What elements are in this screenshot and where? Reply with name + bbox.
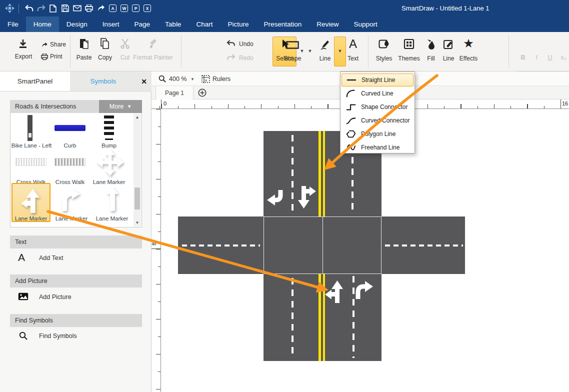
themes-label[interactable]: Themes	[398, 55, 420, 62]
export-excel-icon[interactable]: X	[144, 4, 151, 12]
print-icon[interactable]	[84, 3, 94, 14]
save-icon[interactable]	[60, 3, 70, 14]
road-arrow-straight-left[interactable]	[325, 280, 344, 305]
bold-button[interactable]: B	[520, 54, 525, 61]
menu-page[interactable]: Page	[127, 16, 158, 32]
lane-line-dashed[interactable]	[182, 244, 260, 246]
menu-item-straight-line[interactable]: Straight Line	[342, 74, 414, 86]
line-tool-icon[interactable]	[320, 39, 330, 52]
road-arrow-turn-right[interactable]	[354, 281, 374, 301]
subscript-button[interactable]: x₂	[560, 54, 566, 61]
road-arrow-straight-right[interactable]	[296, 186, 316, 211]
text-tool-label[interactable]: Text	[348, 55, 358, 62]
share-icon[interactable]	[96, 3, 106, 14]
scroll-up-icon[interactable]: ▲	[134, 114, 141, 121]
copy-icon[interactable]	[100, 38, 110, 51]
new-document-icon[interactable]	[48, 3, 58, 14]
find-symbols-button[interactable]: Find Symbols	[39, 332, 77, 340]
menu-item-shape-connector[interactable]: Shape Connector	[342, 100, 414, 114]
undo-label[interactable]: Undo	[239, 40, 254, 48]
cut-icon[interactable]	[120, 38, 130, 51]
road-arrow-turn-left[interactable]	[265, 189, 285, 211]
share-ribbon-icon[interactable]	[41, 41, 48, 50]
menu-item-freehand-line[interactable]: Freehand Line	[342, 141, 414, 154]
print-ribbon-icon[interactable]	[41, 53, 48, 62]
undo-icon[interactable]	[24, 3, 34, 14]
paste-label[interactable]: Paste	[76, 54, 92, 61]
menu-insert[interactable]: Insert	[95, 16, 127, 32]
intersection-tile-right[interactable]	[322, 216, 382, 274]
tab-smartpanel[interactable]: SmartPanel	[0, 72, 70, 91]
menu-item-polygon-line[interactable]: Polygon Line	[342, 128, 414, 140]
add-picture-button[interactable]: Add Picture	[39, 294, 72, 300]
tab-symbols[interactable]: Symbols	[70, 72, 136, 91]
line-style-label[interactable]: Line	[443, 55, 454, 62]
close-panel-icon[interactable]: ✕	[136, 72, 152, 91]
zoom-value[interactable]: 400 %	[169, 76, 186, 82]
redo-icon[interactable]	[36, 3, 46, 14]
email-icon[interactable]	[72, 3, 82, 14]
line-dropdown-arrow[interactable]: ▼	[338, 48, 342, 54]
symbol-grid-scrollbar[interactable]: ▲ ▼	[134, 114, 141, 226]
menu-picture[interactable]: Picture	[220, 16, 256, 32]
redo-ribbon-icon[interactable]	[226, 54, 236, 63]
shape-rect-icon[interactable]	[286, 41, 299, 51]
paste-icon[interactable]	[79, 38, 89, 51]
page-tab[interactable]: Page 1	[156, 86, 194, 100]
menu-home[interactable]: Home	[26, 16, 59, 32]
copy-label[interactable]: Copy	[98, 54, 112, 61]
menu-item-curved-connector[interactable]: Curved Connector	[342, 114, 414, 127]
select-dropdown-arrow[interactable]: ▼	[300, 48, 304, 54]
lane-line-dashed[interactable]	[292, 278, 294, 358]
shape-label[interactable]: Shape	[284, 55, 302, 62]
menu-item-curved-line[interactable]: Curved Line	[342, 87, 414, 100]
fill-icon[interactable]	[426, 38, 436, 52]
symbol-curb[interactable]	[54, 125, 86, 131]
underline-button[interactable]: U	[548, 54, 552, 61]
lane-line-dashed[interactable]	[292, 135, 294, 214]
share-label[interactable]: Share	[50, 41, 66, 48]
symbol-bike-lane-left[interactable]	[28, 115, 32, 141]
export-icon[interactable]	[18, 39, 28, 51]
menu-support[interactable]: Support	[346, 16, 385, 32]
double-yellow-line-north[interactable]	[318, 131, 325, 216]
line-style-icon[interactable]	[443, 38, 454, 52]
symbol-lane-marker-4way[interactable]	[96, 149, 124, 178]
add-page-icon[interactable]	[198, 88, 206, 99]
menu-chart[interactable]: Chart	[188, 16, 220, 32]
symbol-lane-marker-straight[interactable]	[102, 186, 124, 214]
export-label[interactable]: Export	[15, 53, 32, 60]
export-word-icon[interactable]: W	[120, 4, 128, 12]
scrollbar-thumb[interactable]	[134, 188, 140, 210]
symbol-cross-walk-light[interactable]	[16, 158, 46, 166]
effects-icon[interactable]: ★	[463, 36, 474, 50]
menu-design[interactable]: Design	[59, 16, 95, 32]
menu-file[interactable]: File	[0, 16, 26, 32]
add-text-button[interactable]: Add Text	[39, 254, 63, 262]
styles-icon[interactable]	[378, 38, 390, 52]
line-tool-label[interactable]: Line	[320, 55, 331, 62]
effects-label[interactable]: Effects	[460, 55, 478, 62]
text-tool-icon[interactable]: A	[349, 37, 357, 51]
more-button[interactable]: More▼	[99, 100, 142, 113]
intersection-tile-left[interactable]	[264, 216, 323, 274]
export-pdf-icon[interactable]: A	[109, 4, 116, 12]
menu-table[interactable]: Table	[158, 16, 188, 32]
menu-presentation[interactable]: Presentation	[256, 16, 309, 32]
export-powerpoint-icon[interactable]: P	[132, 4, 140, 12]
fill-label[interactable]: Fill	[427, 55, 434, 62]
symbol-lane-marker-curve[interactable]	[60, 186, 84, 214]
zoom-dropdown-arrow[interactable]: ▼	[190, 77, 194, 82]
symbol-cross-walk[interactable]	[54, 158, 86, 166]
themes-icon[interactable]	[404, 38, 414, 52]
italic-button[interactable]: I	[536, 54, 538, 61]
scroll-down-icon[interactable]: ▼	[134, 219, 141, 226]
menu-review[interactable]: Review	[309, 16, 346, 32]
styles-label[interactable]: Styles	[376, 55, 392, 62]
shape-dropdown-arrow[interactable]: ▼	[308, 48, 312, 54]
format-painter-icon[interactable]	[148, 38, 158, 51]
symbol-bump[interactable]	[103, 114, 116, 144]
lane-line-dashed[interactable]	[385, 244, 463, 246]
print-label[interactable]: Print	[50, 53, 62, 60]
double-yellow-line-south[interactable]	[318, 274, 325, 361]
